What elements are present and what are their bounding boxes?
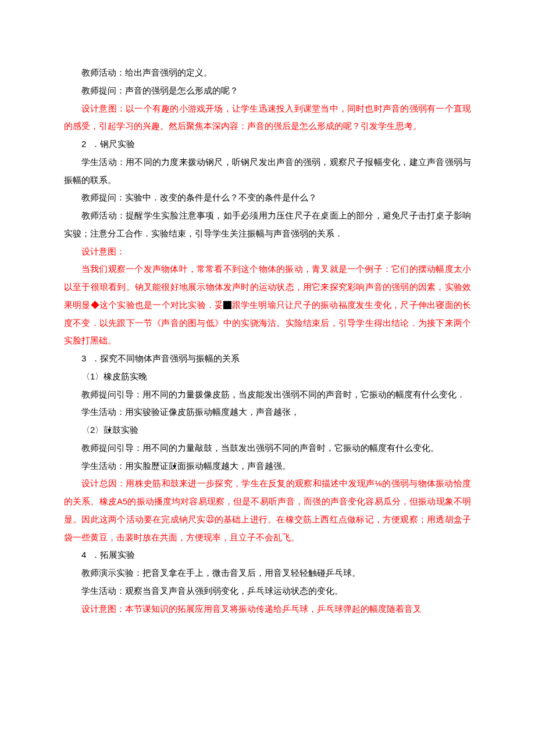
paragraph: 学生活动：观察当音叉声音从强到弱变化，乒乓球运动状态的变化。 (64, 582, 471, 600)
design-intent: 设计意图：本节课知识的拓展应用音叉将振动传递给乒乓球，乒乓球弹起的幅度随着音叉 (64, 600, 471, 618)
subsection-title: 敱鼓实验 (104, 425, 138, 435)
paragraph: 教师提问引导：用不同的力量拨像皮筋，当皮能发出强弱不同的声音时，它振动的幅度有什… (64, 386, 471, 404)
paragraph: 教师活动：给出声音强弱的定义。 (64, 64, 471, 82)
section-title: ．拓展实验 (91, 550, 135, 560)
section-number: 3 (81, 350, 91, 368)
design-intent: 当我们观察一个发声物体叶，常常看不到这个物体的振动，青叉就是一个例子：它们的摆动… (64, 260, 471, 350)
subsection-title: 橡皮筋实晚 (104, 372, 147, 381)
subsection-heading-1: 〈1〉橡皮筋实晚 (64, 368, 471, 386)
text-run: 设计总因：用株史筋和鼓来进一步探究，学生在反复的观察和描述中发现声 (81, 479, 375, 488)
document-page: 教师活动：给出声音强弱的定义。 教师提问：声音的强弱是怎么形成的呢？ 设计意图：… (0, 0, 535, 756)
design-intent: 设计总因：用株史筋和鼓来进一步探究，学生在反复的观察和描述中发现声⅛的强弱与物体… (64, 475, 471, 546)
paragraph: 学生活动：用实脸歷证敱面振动幅度越大，声音越强。 (64, 457, 471, 475)
paragraph: 教师提问引导：用不同的力量敲鼓，当鼓发出强弱不同的声音时，它振动的幅度有什么变化… (64, 439, 471, 457)
subsection-number: 〈2〉 (81, 425, 104, 435)
paragraph: 教师演示实验：把音叉拿在手上，微击音叉后，用音叉轻轻触碰乒乓球。 (64, 564, 471, 582)
paragraph: 教师提问：声音的强弱是怎么形成的呢？ (64, 82, 471, 100)
section-title: ．钢尺实验 (91, 139, 135, 149)
black-square-icon (223, 301, 231, 309)
section-heading-3: 3．探究不同物体声音强弱与振幅的关系 (64, 350, 471, 368)
section-heading-4: 4．拓展实验 (64, 546, 471, 564)
design-intent: 设计意图：以一个有趣的小游戏开场，让学生迅速投入到课堂当中，同时也时声音的强弱有… (64, 100, 471, 136)
subsection-heading-2: 〈2〉敱鼓实验 (64, 421, 471, 439)
paragraph: 学生活动：用实骏验证像皮筋振动幅度越大，声音越张， (64, 403, 471, 421)
subsection-number: 〈1〉 (81, 371, 104, 381)
fraction: ⅛ (375, 478, 383, 488)
section-number: 4 (81, 546, 91, 564)
design-intent-label: 设计意图： (64, 243, 471, 261)
section-title: ．探究不同物体声音强弱与振幅的关系 (91, 354, 240, 363)
paragraph: 教师提问：实验中．改变的条件是什么？不变的条件是什么？ (64, 189, 471, 207)
paragraph: 学生活动：用不同的力度来拨动钢尺，听钢尺发出声音的强弱，观察尺子报幅变化，建立声… (64, 153, 471, 189)
paragraph: 教师活动：提醒学生实脸注意事项，如手必须用力压住尺子在桌面上的部分，避免尺子击打… (64, 207, 471, 243)
section-heading-2: 2．钢尺实验 (64, 135, 471, 153)
inline-code: A5 (117, 496, 127, 506)
section-number: 2 (81, 135, 91, 153)
